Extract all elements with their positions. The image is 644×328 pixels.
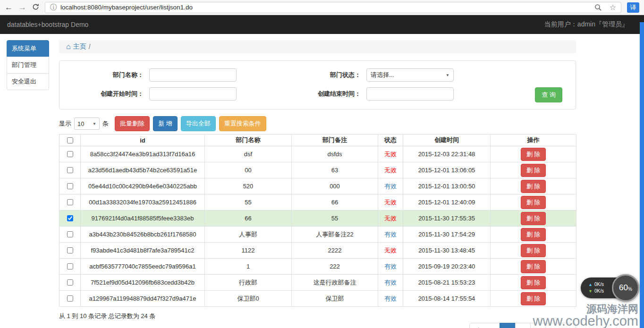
row-name: 66 — [205, 210, 292, 227]
url-bar[interactable]: ⓘ localhost:8080/mybaseproject/user/list… — [45, 2, 621, 13]
status-badge: 无效 — [384, 247, 397, 254]
row-note: 55 — [292, 210, 378, 227]
sidebar-item[interactable]: 安全退出 — [7, 73, 49, 90]
bookmark-star-icon[interactable]: ☆ — [610, 3, 616, 12]
page-info-icon[interactable]: ⓘ — [50, 3, 57, 12]
row-name: 1122 — [205, 243, 292, 259]
delete-button[interactable]: 删 除 — [521, 260, 546, 273]
breadcrumb-separator: / — [89, 43, 91, 50]
row-id: a3b443b230b84526b8bcb261f1768580 — [81, 227, 205, 243]
delete-button[interactable]: 删 除 — [521, 228, 546, 241]
translate-icon[interactable]: 译 — [627, 2, 639, 13]
row-name: dsf — [205, 146, 292, 162]
site-watermark: 源码海洋网 www.codehy.com — [533, 303, 639, 328]
start-time-input[interactable] — [149, 87, 237, 101]
row-note: dsfds — [292, 146, 378, 162]
delete-button[interactable]: 删 除 — [521, 276, 546, 289]
memory-usage-ball[interactable]: 60% — [612, 274, 639, 302]
status-badge: 无效 — [384, 151, 397, 158]
row-checkbox[interactable] — [67, 231, 73, 237]
row-checkbox[interactable] — [67, 151, 73, 157]
row-name: 00 — [205, 162, 292, 178]
delete-button[interactable]: 删 除 — [521, 244, 546, 257]
export-all-button[interactable]: 导出全部 — [181, 116, 216, 131]
col-header-id: id — [81, 135, 205, 146]
dept-status-label: 部门状态： — [237, 71, 366, 79]
page-button-2[interactable]: 2 — [515, 323, 531, 328]
row-id: 8a58cc3f24474ea3b91ad313f7d16a16 — [81, 146, 205, 162]
status-badge: 有效 — [384, 295, 397, 302]
row-checkbox[interactable] — [67, 295, 73, 302]
row-note: 66 — [292, 194, 378, 210]
page-button-1[interactable]: 1 — [500, 323, 515, 328]
row-checkbox[interactable] — [67, 183, 73, 189]
home-icon[interactable]: ⌂ — [66, 42, 71, 51]
back-icon[interactable]: ← — [5, 3, 13, 11]
watermark-site: www.codehy.com — [533, 314, 639, 328]
reload-icon[interactable] — [32, 3, 39, 12]
row-id: 05e44d10c00c4290b94e6e0340225abb — [81, 178, 205, 194]
row-checkbox[interactable] — [67, 263, 73, 269]
table-body: 8a58cc3f24474ea3b91ad313f7d16a16dsfdsfds… — [59, 146, 576, 307]
row-checkbox[interactable] — [67, 215, 73, 221]
row-checkbox[interactable] — [67, 247, 73, 253]
row-create-time: 2015-11-30 13:48:45 — [403, 243, 491, 259]
table-row: a23d56d1aedb43d5b74b2ce63591a51e0063无效20… — [59, 162, 576, 178]
col-header-name: 部门名称 — [205, 135, 292, 146]
end-time-input[interactable] — [366, 87, 454, 101]
delete-button[interactable]: 删 除 — [521, 164, 546, 177]
records-summary: 从 1 到 10 条记录 总记录数为 24 条 — [59, 312, 576, 320]
table-row: a3b443b230b84526b8bcb261f1768580人事部人事部备注… — [59, 227, 576, 243]
col-header-status: 状态 — [378, 135, 403, 146]
row-name: 人事部 — [205, 227, 292, 243]
row-note: 000 — [292, 178, 378, 194]
row-create-time: 2015-08-21 15:53:23 — [403, 275, 491, 291]
departments-table: id 部门名称 部门备注 状态 创建时间 操作 8a58cc3f24474ea3… — [59, 134, 576, 307]
table-toolbar: 显示 10 ▼ 条 批量删除 新 增 导出全部 重置搜索条件 — [59, 116, 576, 131]
add-button[interactable]: 新 增 — [153, 116, 178, 131]
batch-delete-button[interactable]: 批量删除 — [115, 116, 150, 131]
row-checkbox[interactable] — [67, 279, 73, 286]
delete-button[interactable]: 删 除 — [521, 148, 546, 161]
end-time-label: 创建结束时间： — [237, 90, 366, 98]
sidebar-item[interactable]: 系统菜单 — [7, 40, 49, 57]
row-create-time: 2015-11-30 17:54:29 — [403, 227, 491, 243]
table-row: 05e44d10c00c4290b94e6e0340225abb520000有效… — [59, 178, 576, 194]
row-create-time: 2015-12-01 13:00:50 — [403, 178, 491, 194]
delete-button[interactable]: 删 除 — [521, 180, 546, 193]
row-name: 行政部 — [205, 275, 292, 291]
delete-button[interactable]: 删 除 — [521, 196, 546, 209]
forward-icon[interactable]: → — [18, 3, 26, 11]
query-button[interactable]: 查 询 — [535, 87, 562, 102]
row-checkbox[interactable] — [67, 199, 73, 205]
status-badge: 无效 — [384, 199, 397, 206]
table-row: 9176921f4d0a41f88585f5feee3383eb6655无效20… — [59, 210, 576, 227]
page-size-select[interactable]: 10 ▼ — [74, 118, 100, 130]
page-size-value: 10 — [77, 120, 84, 127]
upload-speed: 0K/s — [594, 282, 604, 287]
row-create-time: 2015-12-03 22:31:48 — [403, 146, 491, 162]
row-create-time: 2015-12-01 13:06:05 — [403, 162, 491, 178]
sidebar: 系统菜单部门管理安全退出 — [7, 40, 49, 328]
reset-search-button[interactable]: 重置搜索条件 — [219, 116, 266, 131]
app-brand: datatables+bootstrap Demo — [7, 21, 88, 28]
zoom-icon[interactable] — [594, 4, 602, 11]
scrollbar[interactable] — [640, 22, 644, 328]
current-user-info: 当前用户：admin『管理员』 — [544, 20, 628, 29]
sidebar-item[interactable]: 部门管理 — [7, 57, 49, 74]
row-name: 55 — [205, 194, 292, 210]
table-row: 00d1a33832034fe19703a259124518865566无效20… — [59, 194, 576, 210]
prev-page-button[interactable]: 上一页 — [469, 323, 500, 328]
row-checkbox[interactable] — [67, 167, 73, 173]
status-badge: 无效 — [384, 167, 397, 174]
col-header-action: 操作 — [491, 135, 576, 146]
dept-name-input[interactable] — [149, 68, 237, 82]
row-note: 2222 — [292, 243, 378, 259]
start-time-label: 创建开始时间： — [69, 90, 149, 98]
row-id: a129967a119948879dd47f327d9a471e — [81, 291, 205, 307]
select-all-checkbox[interactable] — [67, 137, 73, 143]
delete-button[interactable]: 删 除 — [521, 212, 546, 225]
dept-status-select[interactable]: 请选择... ▼ — [366, 68, 454, 82]
status-badge: 有效 — [384, 231, 397, 238]
breadcrumb-home-link[interactable]: 主页 — [73, 42, 86, 51]
